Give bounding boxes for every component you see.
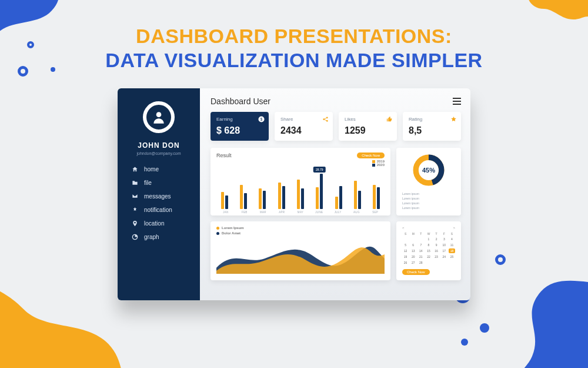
nav-label: notification [144,207,172,213]
donut-percent: 45% [412,154,445,187]
cal-next[interactable]: > [453,226,455,230]
nav-file[interactable]: file [132,180,152,186]
notification-icon [132,207,138,213]
avatar[interactable] [143,101,175,133]
donut-card: 45% Lorem ipsum Lorem ipsum Lorem ipsum … [396,148,461,216]
calendar-card: < > SMTWTFS12345678910111213141516171819… [396,221,461,280]
nav-location[interactable]: location [132,220,164,227]
nav-label: home [144,166,159,173]
nav-label: messages [144,193,171,200]
user-email: johndon@company.com [123,151,194,155]
svg-text:$: $ [260,117,263,121]
sidebar: JOHN DON johndon@company.com home file m… [118,88,200,300]
share-icon [322,116,329,122]
stat-label: Share [280,117,327,122]
stat-value: 8,5 [409,125,455,136]
bar-chart: 28,79 [216,173,385,209]
nav-label: file [144,180,152,186]
result-chart-card: Result Check Now 2019 2020 28,79 JANFEBM… [211,148,390,216]
stat-value: 2434 [280,125,327,136]
legend-2020: 2020 [377,163,385,167]
donut-chart: 45% [412,154,445,187]
home-icon [132,166,138,173]
caption-line: Lorem ipsum [402,201,455,205]
wave-legend: Lorem Ipsum Dolor Amet [216,226,385,235]
decor-blob-br [470,256,588,368]
result-legend: 2019 2020 [357,160,385,167]
nav-home[interactable]: home [132,166,159,173]
stat-value: $ 628 [216,125,263,136]
stats-row: Earning $ 628 $ Share 2434 Likes 1259 Ra… [211,112,461,141]
wave-legend-a: Lorem Ipsum [222,226,244,230]
calendar-grid[interactable]: SMTWTFS123456789101112131415161718192021… [402,232,455,265]
dashboard-window: JOHN DON johndon@company.com home file m… [118,88,470,300]
nav-messages[interactable]: messages [132,193,171,200]
check-now-button[interactable]: Check Now [357,152,385,158]
stat-label: Earning [216,117,263,122]
thumbs-up-icon [386,116,393,122]
decor-dot [480,323,489,333]
decor-dot [461,339,468,346]
decor-dot [495,254,506,265]
menu-icon[interactable] [453,98,461,105]
donut-captions: Lorem ipsum Lorem ipsum Lorem ipsum Lore… [402,191,455,210]
result-title: Result [216,152,232,158]
cal-prev[interactable]: < [402,226,405,230]
caption-line: Lorem ipsum [402,205,455,210]
location-icon [132,220,138,227]
file-icon [132,180,138,186]
stat-share[interactable]: Share 2434 [275,112,333,141]
caption-line: Lorem ipsum [402,196,455,201]
stat-label: Rating [409,117,455,122]
stat-rating[interactable]: Rating 8,5 [403,112,461,141]
stat-earning[interactable]: Earning $ 628 $ [211,112,269,141]
wave-chart-card: Lorem Ipsum Dolor Amet [211,221,390,280]
nav-notification[interactable]: notification [132,207,172,213]
dollar-icon: $ [258,116,265,122]
user-icon [151,110,166,125]
main-panel: Dashboard User Earning $ 628 $ Share 243… [200,88,470,300]
stat-label: Likes [345,117,391,122]
calendar-check-now-button[interactable]: Check Now [402,269,430,275]
page-headline: DASHBOARD PRESENTATIONS: DATA VISUALIZAT… [0,0,588,72]
nav-label: graph [144,234,159,240]
nav-label: location [144,220,164,227]
stat-likes[interactable]: Likes 1259 [339,112,397,141]
wave-legend-b: Dolor Amet [222,231,240,235]
headline-line2: DATA VISUALIZATION MADE SIMPLER [0,49,588,72]
stat-value: 1259 [345,125,391,136]
svg-point-0 [156,112,162,117]
bar-chart-xlabels: JANFEBMARAPRMAYJUNEJULYAUGSEP [216,211,385,214]
graph-icon [132,234,138,240]
user-name: JOHN DON [123,141,194,150]
nav-graph[interactable]: graph [132,234,159,240]
main-title: Dashboard User [211,97,270,106]
caption-line: Lorem ipsum [402,191,455,196]
star-icon [450,116,457,122]
headline-line1: DASHBOARD PRESENTATIONS: [0,25,588,48]
nav-list: home file messages notification location… [123,166,194,240]
messages-icon [132,193,138,200]
area-chart [216,237,385,274]
